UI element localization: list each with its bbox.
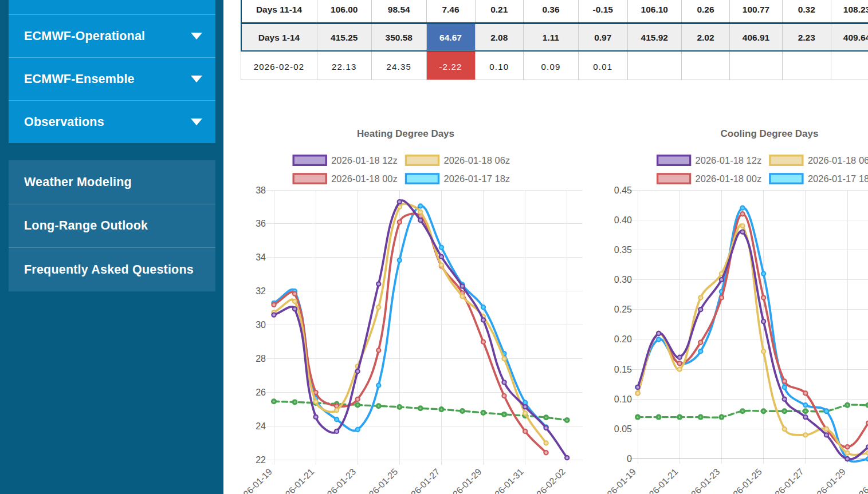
svg-text:2026-01-18 06z: 2026-01-18 06z bbox=[808, 155, 868, 165]
svg-text:22: 22 bbox=[256, 455, 266, 465]
svg-text:0.20: 0.20 bbox=[614, 334, 632, 344]
svg-text:28: 28 bbox=[256, 354, 266, 363]
svg-text:0.45: 0.45 bbox=[614, 185, 632, 195]
svg-text:2026-01-21: 2026-01-21 bbox=[276, 467, 316, 494]
svg-text:2026-01-27: 2026-01-27 bbox=[402, 467, 441, 494]
svg-text:30: 30 bbox=[256, 320, 266, 330]
svg-text:0: 0 bbox=[627, 454, 632, 464]
svg-text:0.30: 0.30 bbox=[614, 275, 632, 284]
svg-text:2026-01-29: 2026-01-29 bbox=[443, 467, 483, 494]
svg-text:0.25: 0.25 bbox=[614, 305, 632, 314]
svg-text:2026-01-19: 2026-01-19 bbox=[234, 467, 274, 494]
svg-text:36: 36 bbox=[256, 219, 266, 228]
svg-text:2026-01-17 18z: 2026-01-17 18z bbox=[808, 173, 868, 184]
svg-text:38: 38 bbox=[256, 185, 266, 195]
svg-text:0.40: 0.40 bbox=[614, 215, 632, 225]
svg-text:2026-01-27: 2026-01-27 bbox=[766, 467, 806, 494]
svg-text:Heating Degree Days: Heating Degree Days bbox=[357, 128, 454, 139]
svg-text:2026-01-21: 2026-01-21 bbox=[640, 467, 680, 494]
svg-text:2026-01-18 12z: 2026-01-18 12z bbox=[696, 155, 762, 165]
svg-text:0.35: 0.35 bbox=[614, 245, 632, 255]
svg-text:2026-01-18 12z: 2026-01-18 12z bbox=[331, 155, 398, 165]
svg-text:26: 26 bbox=[256, 388, 266, 397]
svg-text:32: 32 bbox=[256, 286, 266, 296]
svg-text:2026-01-18 06z: 2026-01-18 06z bbox=[444, 155, 510, 165]
svg-text:2026-01-23: 2026-01-23 bbox=[682, 467, 721, 494]
svg-text:0.10: 0.10 bbox=[614, 394, 632, 404]
svg-text:2026-01-19: 2026-01-19 bbox=[598, 467, 638, 494]
svg-text:2026-01-23: 2026-01-23 bbox=[318, 467, 358, 494]
svg-text:2026-01-31: 2026-01-31 bbox=[486, 467, 525, 494]
svg-text:0.05: 0.05 bbox=[614, 424, 632, 434]
svg-text:2026-01-25: 2026-01-25 bbox=[724, 467, 764, 494]
svg-text:2026-02-02: 2026-02-02 bbox=[528, 467, 567, 494]
svg-text:2026-01-25: 2026-01-25 bbox=[360, 467, 399, 494]
svg-text:0.15: 0.15 bbox=[614, 365, 632, 374]
svg-text:24: 24 bbox=[256, 421, 266, 431]
svg-text:2026-01-18 00z: 2026-01-18 00z bbox=[331, 173, 398, 184]
svg-text:34: 34 bbox=[256, 252, 266, 262]
svg-text:Cooling Degree Days: Cooling Degree Days bbox=[721, 128, 819, 139]
svg-text:2026-01-29: 2026-01-29 bbox=[808, 467, 847, 494]
svg-text:2026-01-17 18z: 2026-01-17 18z bbox=[444, 173, 510, 184]
svg-text:2026-01-18 00z: 2026-01-18 00z bbox=[696, 173, 762, 184]
svg-text:2026-01-31: 2026-01-31 bbox=[850, 467, 868, 494]
